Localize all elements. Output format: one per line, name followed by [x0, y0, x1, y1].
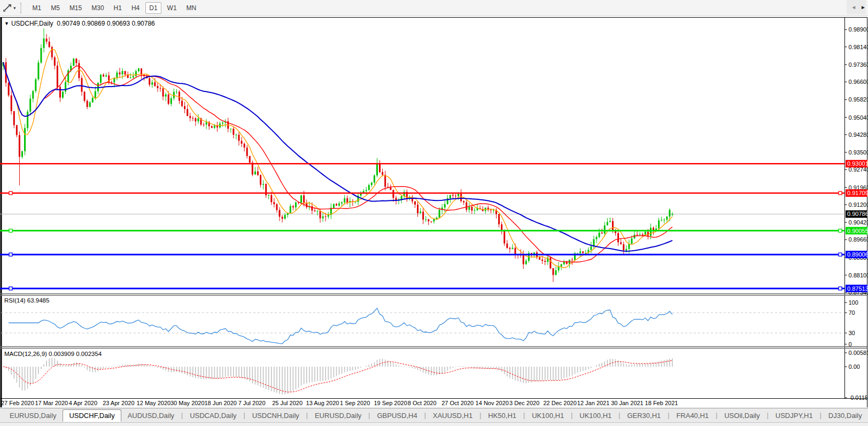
rsi-tick-label: 100	[849, 299, 858, 306]
price-tick-label: 0.90420	[849, 219, 868, 226]
chart-tab-ger30-h1[interactable]: GER30,H1	[621, 409, 667, 422]
chart-tab-uk100-h1[interactable]: UK100,H1	[573, 409, 618, 422]
tab-separator: |	[571, 412, 572, 419]
line-end-marker[interactable]	[9, 191, 12, 195]
date-label: 3 Dec 2020	[509, 400, 539, 406]
date-label: 12 May 2020	[137, 400, 171, 406]
rsi-tick-label: 0	[849, 341, 852, 347]
price-tick-label: 0.96600	[849, 79, 868, 85]
tab-separator: |	[820, 412, 821, 419]
tab-separator: |	[306, 412, 308, 419]
timeframe-button-D1[interactable]: D1	[145, 2, 161, 14]
chart-tab-usdchf-daily[interactable]: USDCHF,Daily	[63, 409, 121, 422]
svg-text:0.90786: 0.90786	[847, 211, 868, 217]
price-tick-label: 0.91200	[849, 202, 868, 208]
tab-scroll-left-icon[interactable]: ◄	[851, 4, 856, 10]
line-draw-icon	[3, 4, 12, 12]
date-label: 1 Sep 2020	[340, 400, 370, 406]
timeframe-button-M5[interactable]: M5	[47, 2, 64, 14]
date-label: 7 Jul 2020	[238, 400, 266, 406]
date-label: 4 Apr 2020	[69, 400, 97, 406]
chart-tab-eurusd-daily[interactable]: EURUSD,Daily	[308, 409, 368, 422]
price-tick-label: 0.94280	[849, 131, 868, 138]
chart-tab-audusd-daily[interactable]: AUDUSD,Daily	[121, 409, 181, 422]
line-end-marker[interactable]	[9, 287, 12, 290]
price-chart-svg[interactable]: 0.989000.981400.973600.966000.958200.950…	[0, 0, 868, 408]
tab-separator: |	[668, 412, 669, 419]
timeframe-button-W1[interactable]: W1	[164, 2, 181, 14]
macd-tick-label: 0.005818	[849, 350, 868, 356]
tab-separator: |	[368, 412, 370, 419]
timeframe-button-H1[interactable]: H1	[110, 2, 126, 14]
price-tick-label: 0.95040	[849, 114, 868, 121]
chart-tab-hk50-h1[interactable]: HK50,H1	[482, 409, 523, 422]
date-label: 27 Oct 2020	[441, 400, 474, 406]
date-label: 30 Jan 2021	[611, 400, 644, 406]
timeframe-button-M30[interactable]: M30	[88, 2, 107, 14]
date-label: 14 Nov 2020	[476, 400, 509, 406]
timeframe-button-M1[interactable]: M1	[29, 2, 45, 14]
tab-scroll-buttons: ◄ ►	[847, 0, 866, 14]
macd-tick-label: -0.011514	[849, 394, 868, 401]
line-end-marker[interactable]	[9, 253, 12, 256]
line-end-marker[interactable]	[839, 191, 842, 195]
timeframe-button-H4[interactable]: H4	[128, 2, 143, 14]
tab-separator: |	[767, 412, 769, 419]
line-end-marker[interactable]	[9, 229, 12, 233]
date-label: 30 May 2020	[170, 400, 205, 406]
timeframe-toolbar: ▾ M1M5M15M30H1H4D1W1MN	[0, 0, 868, 16]
chart-title-ohlc: 0.90749 0.90869 0.90693 0.90786	[57, 20, 155, 27]
cursor-tool-button[interactable]: ▾	[2, 2, 17, 14]
chart-tab-xauusd-h1[interactable]: XAUUSD,H1	[427, 409, 479, 422]
chart-tab-fra40-h1[interactable]: FRA40,H1	[670, 409, 715, 422]
price-tick-label: 0.98900	[849, 26, 868, 33]
timeframe-button-MN[interactable]: MN	[183, 2, 200, 14]
chart-tab-uk100-h1[interactable]: UK100,H1	[525, 409, 570, 422]
chart-tab-usdjpy-h1[interactable]: USDJPY,H1	[769, 409, 819, 422]
collapse-triangle-icon[interactable]: ▼	[4, 21, 9, 26]
chart-title-symbol: USDCHF,Daily	[11, 20, 53, 27]
date-label: 19 Sep 2020	[374, 400, 407, 406]
rsi-tick-label: 30	[849, 330, 855, 336]
timeframe-button-M15[interactable]: M15	[66, 2, 86, 14]
tab-separator: |	[716, 412, 717, 419]
line-end-marker[interactable]	[839, 229, 842, 233]
svg-text:0.87513: 0.87513	[847, 285, 868, 292]
price-tick-label: 0.88100	[849, 272, 868, 278]
line-end-marker[interactable]	[839, 253, 842, 256]
chart-tab-gbpusd-h4[interactable]: GBPUSD,H4	[370, 409, 423, 422]
chart-tab-bar: EURUSD,DailyUSDCHF,DailyAUDUSD,Daily|USD…	[0, 408, 868, 422]
rsi-tick-label: 70	[849, 309, 855, 316]
tab-separator: |	[479, 412, 481, 419]
date-label: 17 Mar 2020	[35, 400, 68, 406]
macd-indicator-label: MACD(12,26,9) 0.003909 0.002354	[4, 351, 102, 357]
date-label: 23 Apr 2020	[103, 400, 134, 406]
chart-tab-eurusd-daily[interactable]: EURUSD,Daily	[3, 409, 63, 422]
status-strip	[0, 422, 868, 426]
toolbar-grip	[20, 3, 24, 13]
chart-tab-usdcad-daily[interactable]: USDCAD,Daily	[183, 409, 243, 422]
macd-tick-label: 0.00	[849, 363, 860, 370]
time-axis[interactable]: 27 Feb 202017 Mar 20204 Apr 202023 Apr 2…	[0, 399, 844, 407]
chart-tab-usoil-daily[interactable]: USOil,Daily	[718, 409, 766, 422]
chart-tab-usdcnh-daily[interactable]: USDCNH,Daily	[246, 409, 306, 422]
svg-text:0.91709: 0.91709	[847, 190, 868, 196]
date-label: 27 Feb 2020	[1, 400, 34, 406]
date-label: 18 Jun 2020	[204, 400, 237, 406]
line-end-marker[interactable]	[839, 287, 842, 290]
date-label: 12 Jan 2021	[577, 400, 610, 406]
dropdown-arrow-icon: ▾	[13, 5, 16, 11]
price-tick-label: 0.98140	[849, 44, 868, 50]
chart-title: ▼USDCHF,Daily 0.90749 0.90869 0.90693 0.…	[4, 20, 155, 27]
tab-scroll-right-icon[interactable]: ►	[861, 4, 866, 10]
date-label: 22 Dec 2020	[543, 400, 576, 406]
svg-text:0.93001: 0.93001	[847, 160, 868, 167]
date-label: 18 Feb 2021	[645, 400, 678, 406]
price-tick-label: 0.89660	[849, 236, 868, 243]
date-label: 25 Jul 2020	[272, 400, 303, 406]
chart-tab-dj30-daily[interactable]: DJ30,Daily	[822, 409, 868, 422]
svg-text:0.90055: 0.90055	[847, 228, 868, 234]
date-label: 13 Aug 2020	[306, 400, 339, 406]
tab-separator: |	[618, 412, 620, 419]
price-tick-label: 0.93500	[849, 149, 868, 156]
